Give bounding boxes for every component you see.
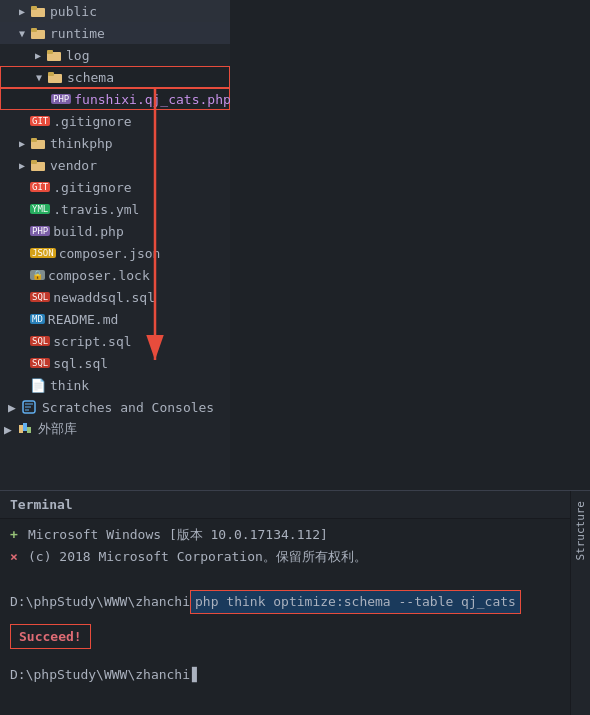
tree-item-vendor[interactable]: ▶ vendor [0,154,230,176]
folder-icon-runtime [30,25,46,41]
folder-icon-public [30,3,46,19]
terminal-prompt-2: D:\phpStudy\WWW\zhanchi [10,665,190,685]
label-build: build.php [53,224,123,239]
yml-badge: YML [30,204,50,214]
tree-item-scriptsql[interactable]: SQL script.sql [0,330,230,352]
command-line-2: D:\phpStudy\WWW\zhanchi ▋ [10,665,580,685]
file-tree: ▶ public ▼ runtime ▶ log [0,0,230,490]
label-schema: schema [67,70,114,85]
tree-item-newaddsql[interactable]: SQL newaddsql.sql [0,286,230,308]
arrow-schema: ▼ [33,71,45,83]
label-gitignore1: .gitignore [53,114,131,129]
arrow-log: ▶ [32,49,44,61]
label-newaddsql: newaddsql.sql [53,290,155,305]
json-badge: JSON [30,248,56,258]
spacer-sqlsql [16,357,28,369]
terminal-text-2: (c) 2018 Microsoft Corporation。保留所有权利。 [28,547,367,567]
arrow-runtime: ▼ [16,27,28,39]
lock-badge: 🔒 [30,270,45,280]
tree-item-gitignore1[interactable]: GIT .gitignore [0,110,230,132]
php-badge-funshixi: PHP [51,94,71,104]
cursor: ▋ [192,665,200,685]
svg-rect-18 [27,427,31,433]
tree-item-build[interactable]: PHP build.php [0,220,230,242]
tree-item-schema[interactable]: ▼ schema [0,66,230,88]
scratches-arrow: ▶ [8,400,20,415]
label-composer-json: composer.json [59,246,161,261]
arrow-thinkphp: ▶ [16,137,28,149]
blank-line [10,568,580,584]
terminal-title: Terminal [10,497,73,512]
tree-item-funshixi[interactable]: PHP funshixi.qj_cats.php [0,88,230,110]
svg-rect-7 [48,72,54,76]
spacer-scriptsql [16,335,28,347]
svg-rect-5 [47,50,53,54]
label-travis: .travis.yml [53,202,139,217]
label-scriptsql: script.sql [53,334,131,349]
php-badge-build: PHP [30,226,50,236]
folder-icon-thinkphp [30,135,46,151]
label-public: public [50,4,97,19]
spacer-composer-json [16,247,28,259]
scratches-consoles-row[interactable]: ▶ Scratches and Consoles [0,396,230,418]
succeed-badge: Succeed! [10,624,91,650]
terminal-panel: Terminal + Microsoft Windows [版本 10.0.17… [0,490,590,715]
label-thinkphp: thinkphp [50,136,113,151]
terminal-header: Terminal [0,491,590,519]
spacer-think [16,379,28,391]
spacer-newaddsql [16,291,28,303]
git-badge-1: GIT [30,116,50,126]
external-lib-row[interactable]: ▶ 外部库 [0,418,230,440]
svg-rect-3 [31,28,37,32]
terminal-text-1: Microsoft Windows [版本 10.0.17134.112] [28,525,328,545]
tree-item-sqlsql[interactable]: SQL sql.sql [0,352,230,374]
svg-rect-11 [31,160,37,164]
ext-arrow: ▶ [4,422,16,437]
plus-icon: + [10,525,22,545]
label-sqlsql: sql.sql [53,356,108,371]
spacer-gitignore2 [16,181,28,193]
tree-item-thinkphp[interactable]: ▶ thinkphp [0,132,230,154]
generic-icon-think: 📄 [30,378,46,393]
succeed-container: Succeed! [10,620,580,650]
tree-item-think[interactable]: 📄 think [0,374,230,396]
blank-line-2 [10,649,580,659]
sql-badge-script: SQL [30,336,50,346]
svg-rect-9 [31,138,37,142]
label-funshixi: funshixi.qj_cats.php [74,92,230,107]
label-log: log [66,48,89,63]
scratches-label: Scratches and Consoles [42,400,214,415]
tree-item-gitignore2[interactable]: GIT .gitignore [0,176,230,198]
ext-label: 外部库 [38,420,77,438]
command-line: D:\phpStudy\WWW\zhanchi php think optimi… [10,590,580,614]
tree-item-readme[interactable]: MD README.md [0,308,230,330]
folder-icon-log [46,47,62,63]
label-runtime: runtime [50,26,105,41]
structure-label[interactable]: Structure [574,501,587,561]
spacer-composer-lock [16,269,28,281]
sql-badge-newaddsql: SQL [30,292,50,302]
tree-item-composer-json[interactable]: JSON composer.json [0,242,230,264]
scratches-icon [22,399,38,415]
ext-icon [18,421,34,437]
sql-badge-sql: SQL [30,358,50,368]
terminal-content: + Microsoft Windows [版本 10.0.17134.112] … [0,519,590,691]
tree-item-composer-lock[interactable]: 🔒 composer.lock [0,264,230,286]
tree-item-log[interactable]: ▶ log [0,44,230,66]
tree-item-travis[interactable]: YML .travis.yml [0,198,230,220]
editor-area [230,0,590,490]
spacer-gitignore1 [16,115,28,127]
terminal-prompt: D:\phpStudy\WWW\zhanchi [10,592,190,612]
md-badge: MD [30,314,45,324]
structure-tab[interactable]: Structure [570,491,590,715]
label-readme: README.md [48,312,118,327]
git-badge-2: GIT [30,182,50,192]
tree-item-runtime[interactable]: ▼ runtime [0,22,230,44]
spacer-build [16,225,28,237]
spacer-readme [16,313,28,325]
arrow-public: ▶ [16,5,28,17]
label-composer-lock: composer.lock [48,268,150,283]
svg-rect-17 [23,423,27,431]
folder-icon-schema [47,69,63,85]
tree-item-public[interactable]: ▶ public [0,0,230,22]
